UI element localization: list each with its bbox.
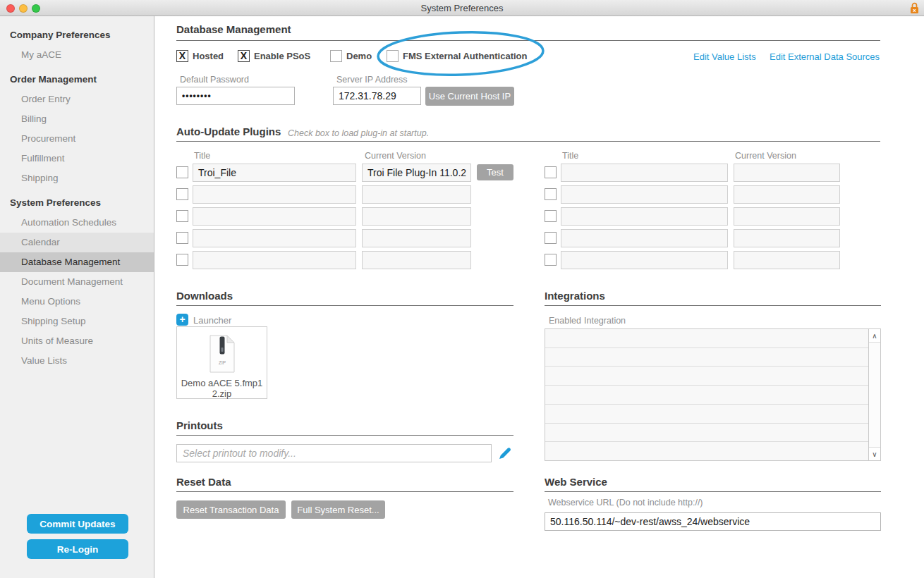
- scroll-up-icon[interactable]: ∧: [869, 329, 880, 343]
- lock-icon: x: [910, 2, 919, 17]
- plugin-checkbox[interactable]: [176, 166, 188, 178]
- default-password-input[interactable]: [176, 87, 295, 105]
- title-bar: System Preferences x: [0, 0, 924, 16]
- plugin-version-field[interactable]: [362, 207, 471, 226]
- sidebar-item-menu-options[interactable]: Menu Options: [0, 292, 154, 312]
- plugin-title-field[interactable]: [561, 207, 728, 226]
- plugin-checkbox[interactable]: [545, 232, 557, 244]
- hosted-checkbox-mark[interactable]: X: [176, 50, 188, 62]
- sidebar-header-company-preferences: Company Preferences: [0, 25, 154, 45]
- integration-row[interactable]: [545, 348, 868, 367]
- plugin-version-field[interactable]: [362, 251, 471, 269]
- plugin-title-field[interactable]: [561, 164, 728, 182]
- checkbox-fms-external-authentication[interactable]: FMS External Authentication: [387, 50, 527, 62]
- sidebar: Company Preferences My aACE Order Manage…: [0, 16, 154, 578]
- plugin-checkbox[interactable]: [176, 254, 188, 266]
- plugin-version-field[interactable]: [734, 164, 840, 182]
- edit-external-data-sources-link[interactable]: Edit External Data Sources: [770, 51, 880, 62]
- window-title: System Preferences: [0, 3, 924, 13]
- sidebar-item-database-management[interactable]: Database Management: [0, 252, 154, 272]
- re-login-button[interactable]: Re-Login: [27, 539, 128, 559]
- plugin-version-field[interactable]: [734, 207, 840, 226]
- plugin-version-field[interactable]: [734, 229, 840, 247]
- divider: [545, 491, 881, 492]
- integrations-col-integration: Integration: [584, 316, 626, 326]
- plugin-title-field[interactable]: [561, 229, 728, 247]
- download-file-name: Demo aACE 5.fmp12.zip: [177, 378, 267, 399]
- integration-row[interactable]: [545, 424, 868, 443]
- plugin-title-field[interactable]: [193, 251, 356, 269]
- sidebar-item-calendar[interactable]: Calendar: [0, 233, 154, 252]
- plugin-version-field[interactable]: [734, 251, 840, 269]
- plugin-checkbox[interactable]: [545, 254, 557, 266]
- add-launcher-icon[interactable]: +: [176, 314, 188, 326]
- webservice-url-label: Webservice URL (Do not include http://): [548, 498, 703, 508]
- integration-row[interactable]: [545, 405, 868, 424]
- section-heading-database-management: Database Management: [176, 23, 291, 35]
- checkbox-demo[interactable]: Demo: [330, 50, 372, 62]
- plugin-title-field[interactable]: [193, 207, 356, 226]
- sidebar-item-shipping[interactable]: Shipping: [0, 168, 154, 188]
- sidebar-item-fulfillment[interactable]: Fulfillment: [0, 149, 154, 168]
- integration-row[interactable]: [545, 329, 868, 348]
- sidebar-item-units-of-measure[interactable]: Units of Measure: [0, 331, 154, 351]
- plugin-title-field[interactable]: [193, 229, 356, 247]
- use-current-host-ip-button[interactable]: Use Current Host IP: [425, 87, 514, 106]
- plugin-version-field[interactable]: [734, 185, 840, 204]
- sidebar-item-billing[interactable]: Billing: [0, 109, 154, 129]
- sidebar-item-document-management[interactable]: Document Management: [0, 272, 154, 292]
- commit-updates-button[interactable]: Commit Updates: [27, 514, 128, 534]
- plugin-title-field[interactable]: [561, 251, 728, 269]
- svg-text:x: x: [913, 7, 916, 13]
- plugin-title-field[interactable]: Troi_File: [193, 164, 356, 182]
- plugins-right-col-version: Current Version: [735, 151, 796, 161]
- plugin-title-field[interactable]: [193, 185, 356, 204]
- sidebar-header-system-preferences: System Preferences: [0, 193, 154, 213]
- full-system-reset-button[interactable]: Full System Reset...: [291, 500, 385, 519]
- edit-value-lists-link[interactable]: Edit Value Lists: [693, 51, 756, 62]
- test-plugin-button[interactable]: Test: [477, 164, 513, 180]
- enable-psos-checkbox-mark[interactable]: X: [238, 50, 250, 62]
- integration-row[interactable]: [545, 367, 868, 386]
- section-heading-auto-update-plugins: Auto-Update Plugins: [176, 125, 281, 137]
- plugin-version-field[interactable]: [362, 229, 471, 247]
- integrations-rows: [545, 329, 868, 460]
- section-heading-downloads: Downloads: [176, 290, 233, 302]
- fms-external-auth-label: FMS External Authentication: [403, 51, 527, 61]
- scroll-down-icon[interactable]: ∨: [869, 447, 880, 460]
- edit-printout-pencil-icon[interactable]: [497, 445, 513, 464]
- server-ip-input[interactable]: [333, 87, 421, 105]
- divider: [176, 40, 880, 41]
- section-heading-web-service: Web Service: [545, 476, 607, 488]
- reset-transaction-data-button[interactable]: Reset Transaction Data: [176, 500, 286, 519]
- webservice-url-input[interactable]: [545, 512, 881, 531]
- integration-row[interactable]: [545, 442, 868, 460]
- printout-select-input[interactable]: [176, 444, 492, 462]
- plugin-version-field[interactable]: Troi File Plug-In 11.0.2: [362, 164, 471, 182]
- demo-checkbox-mark[interactable]: [330, 50, 342, 62]
- checkbox-hosted[interactable]: X Hosted: [176, 50, 224, 62]
- plugin-title-field[interactable]: [561, 185, 728, 204]
- download-file-card[interactable]: ZIP Demo aACE 5.fmp12.zip: [176, 326, 267, 399]
- sidebar-item-order-entry[interactable]: Order Entry: [0, 90, 154, 109]
- sidebar-item-procurement[interactable]: Procurement: [0, 129, 154, 149]
- plugin-checkbox[interactable]: [545, 210, 557, 222]
- plugin-checkbox[interactable]: [176, 232, 188, 244]
- divider: [176, 491, 513, 492]
- sidebar-item-shipping-setup[interactable]: Shipping Setup: [0, 312, 154, 331]
- sidebar-item-my-aace[interactable]: My aACE: [0, 45, 154, 65]
- plugins-right-col-title: Title: [562, 151, 578, 161]
- plugin-checkbox[interactable]: [545, 188, 557, 200]
- enable-psos-label: Enable PSoS: [254, 51, 310, 61]
- integrations-scrollbar[interactable]: ∧ ∨: [868, 329, 880, 460]
- plugin-checkbox[interactable]: [176, 188, 188, 200]
- sidebar-item-automation-schedules[interactable]: Automation Schedules: [0, 213, 154, 233]
- checkbox-enable-psos[interactable]: X Enable PSoS: [238, 50, 310, 62]
- fms-external-auth-checkbox-mark[interactable]: [387, 50, 399, 62]
- plugin-version-field[interactable]: [362, 185, 471, 204]
- plugin-checkbox[interactable]: [176, 210, 188, 222]
- divider: [176, 305, 513, 306]
- integration-row[interactable]: [545, 386, 868, 405]
- plugin-checkbox[interactable]: [545, 166, 557, 178]
- sidebar-item-value-lists[interactable]: Value Lists: [0, 351, 154, 371]
